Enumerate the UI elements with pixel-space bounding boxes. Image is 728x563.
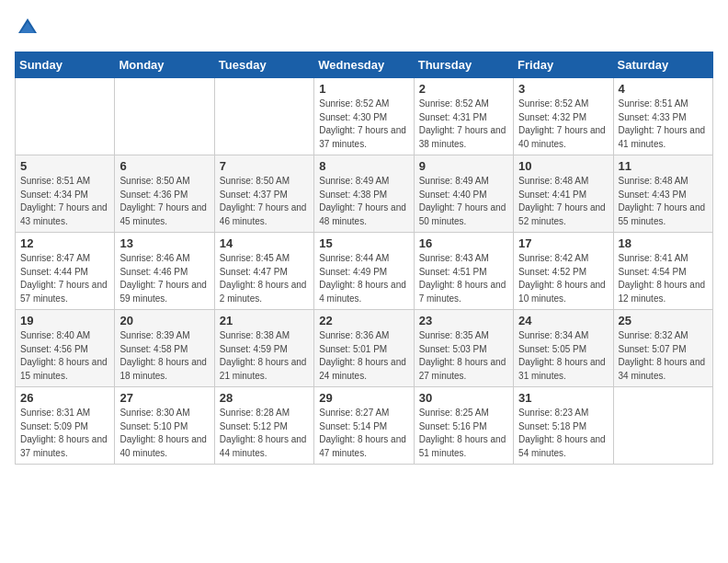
day-info: Sunrise: 8:49 AM Sunset: 4:38 PM Dayligh… [319, 175, 408, 228]
header-monday: Monday [115, 52, 214, 78]
calendar-cell: 29Sunrise: 8:27 AM Sunset: 5:14 PM Dayli… [314, 387, 414, 465]
header-wednesday: Wednesday [314, 52, 414, 78]
calendar-cell: 20Sunrise: 8:39 AM Sunset: 4:58 PM Dayli… [115, 310, 214, 387]
calendar-cell: 5Sunrise: 8:51 AM Sunset: 4:34 PM Daylig… [16, 155, 115, 233]
calendar-cell: 17Sunrise: 8:42 AM Sunset: 4:52 PM Dayli… [514, 233, 613, 310]
day-number: 29 [319, 391, 408, 405]
day-info: Sunrise: 8:46 AM Sunset: 4:46 PM Dayligh… [119, 252, 209, 305]
calendar-cell: 15Sunrise: 8:44 AM Sunset: 4:49 PM Dayli… [314, 233, 414, 310]
day-number: 3 [518, 82, 608, 96]
calendar-table: SundayMondayTuesdayWednesdayThursdayFrid… [15, 52, 713, 465]
calendar-cell: 16Sunrise: 8:43 AM Sunset: 4:51 PM Dayli… [414, 233, 513, 310]
day-number: 16 [419, 236, 508, 250]
calendar-cell: 2Sunrise: 8:52 AM Sunset: 4:31 PM Daylig… [414, 78, 513, 155]
calendar-cell: 14Sunrise: 8:45 AM Sunset: 4:47 PM Dayli… [214, 233, 313, 310]
calendar-cell: 8Sunrise: 8:49 AM Sunset: 4:38 PM Daylig… [314, 155, 414, 233]
day-info: Sunrise: 8:48 AM Sunset: 4:43 PM Dayligh… [619, 175, 708, 228]
day-info: Sunrise: 8:25 AM Sunset: 5:16 PM Dayligh… [419, 407, 508, 460]
day-number: 25 [619, 314, 708, 327]
day-number: 24 [518, 314, 608, 327]
day-number: 28 [220, 391, 309, 405]
day-number: 13 [119, 236, 209, 250]
calendar-week-4: 19Sunrise: 8:40 AM Sunset: 4:56 PM Dayli… [16, 310, 713, 387]
page-header [15, 15, 713, 40]
calendar-cell: 9Sunrise: 8:49 AM Sunset: 4:40 PM Daylig… [414, 155, 513, 233]
calendar-cell [613, 387, 712, 465]
day-number: 12 [20, 236, 109, 250]
day-number: 9 [419, 159, 508, 173]
calendar-week-2: 5Sunrise: 8:51 AM Sunset: 4:34 PM Daylig… [16, 155, 713, 233]
calendar-cell: 10Sunrise: 8:48 AM Sunset: 4:41 PM Dayli… [514, 155, 613, 233]
calendar-cell: 1Sunrise: 8:52 AM Sunset: 4:30 PM Daylig… [314, 78, 414, 155]
day-number: 15 [319, 236, 408, 250]
calendar-cell [214, 78, 313, 155]
day-number: 20 [119, 314, 209, 327]
calendar-week-3: 12Sunrise: 8:47 AM Sunset: 4:44 PM Dayli… [16, 233, 713, 310]
header-thursday: Thursday [414, 52, 513, 78]
day-info: Sunrise: 8:42 AM Sunset: 4:52 PM Dayligh… [518, 252, 608, 305]
day-number: 7 [220, 159, 309, 173]
calendar-cell: 30Sunrise: 8:25 AM Sunset: 5:16 PM Dayli… [414, 387, 513, 465]
day-info: Sunrise: 8:45 AM Sunset: 4:47 PM Dayligh… [220, 252, 309, 305]
day-number: 22 [319, 314, 408, 327]
day-info: Sunrise: 8:27 AM Sunset: 5:14 PM Dayligh… [319, 407, 408, 460]
day-info: Sunrise: 8:43 AM Sunset: 4:51 PM Dayligh… [419, 252, 508, 305]
day-info: Sunrise: 8:49 AM Sunset: 4:40 PM Dayligh… [419, 175, 508, 228]
calendar-cell: 26Sunrise: 8:31 AM Sunset: 5:09 PM Dayli… [16, 387, 115, 465]
calendar-cell: 6Sunrise: 8:50 AM Sunset: 4:36 PM Daylig… [115, 155, 214, 233]
day-info: Sunrise: 8:40 AM Sunset: 4:56 PM Dayligh… [20, 329, 109, 383]
day-info: Sunrise: 8:50 AM Sunset: 4:36 PM Dayligh… [119, 175, 209, 228]
logo-icon [15, 15, 40, 40]
day-info: Sunrise: 8:48 AM Sunset: 4:41 PM Dayligh… [518, 175, 608, 228]
day-info: Sunrise: 8:38 AM Sunset: 4:59 PM Dayligh… [220, 329, 309, 383]
day-info: Sunrise: 8:52 AM Sunset: 4:31 PM Dayligh… [419, 98, 508, 151]
day-number: 14 [220, 236, 309, 250]
calendar-cell: 12Sunrise: 8:47 AM Sunset: 4:44 PM Dayli… [16, 233, 115, 310]
header-sunday: Sunday [16, 52, 115, 78]
calendar-cell: 31Sunrise: 8:23 AM Sunset: 5:18 PM Dayli… [514, 387, 613, 465]
calendar-week-5: 26Sunrise: 8:31 AM Sunset: 5:09 PM Dayli… [16, 387, 713, 465]
day-number: 30 [419, 391, 508, 405]
calendar-cell: 3Sunrise: 8:52 AM Sunset: 4:32 PM Daylig… [514, 78, 613, 155]
day-info: Sunrise: 8:34 AM Sunset: 5:05 PM Dayligh… [518, 329, 608, 383]
day-info: Sunrise: 8:51 AM Sunset: 4:33 PM Dayligh… [619, 98, 708, 151]
calendar-cell [115, 78, 214, 155]
day-number: 10 [518, 159, 608, 173]
header-tuesday: Tuesday [214, 52, 313, 78]
calendar-cell: 25Sunrise: 8:32 AM Sunset: 5:07 PM Dayli… [613, 310, 712, 387]
calendar-cell: 13Sunrise: 8:46 AM Sunset: 4:46 PM Dayli… [115, 233, 214, 310]
day-number: 31 [518, 391, 608, 405]
day-info: Sunrise: 8:32 AM Sunset: 5:07 PM Dayligh… [619, 329, 708, 383]
day-info: Sunrise: 8:51 AM Sunset: 4:34 PM Dayligh… [20, 175, 109, 228]
header-saturday: Saturday [613, 52, 712, 78]
calendar-cell: 24Sunrise: 8:34 AM Sunset: 5:05 PM Dayli… [514, 310, 613, 387]
day-info: Sunrise: 8:28 AM Sunset: 5:12 PM Dayligh… [220, 407, 309, 460]
day-number: 1 [319, 82, 408, 96]
header-friday: Friday [514, 52, 613, 78]
day-info: Sunrise: 8:41 AM Sunset: 4:54 PM Dayligh… [619, 252, 708, 305]
day-info: Sunrise: 8:52 AM Sunset: 4:32 PM Dayligh… [518, 98, 608, 151]
calendar-cell: 19Sunrise: 8:40 AM Sunset: 4:56 PM Dayli… [16, 310, 115, 387]
calendar-cell: 27Sunrise: 8:30 AM Sunset: 5:10 PM Dayli… [115, 387, 214, 465]
day-info: Sunrise: 8:23 AM Sunset: 5:18 PM Dayligh… [518, 407, 608, 460]
day-number: 27 [119, 391, 209, 405]
day-number: 18 [619, 236, 708, 250]
day-number: 11 [619, 159, 708, 173]
day-number: 2 [419, 82, 508, 96]
day-number: 8 [319, 159, 408, 173]
calendar-cell: 11Sunrise: 8:48 AM Sunset: 4:43 PM Dayli… [613, 155, 712, 233]
day-number: 19 [20, 314, 109, 327]
calendar-cell [16, 78, 115, 155]
day-info: Sunrise: 8:35 AM Sunset: 5:03 PM Dayligh… [419, 329, 508, 383]
day-number: 23 [419, 314, 508, 327]
calendar-cell: 22Sunrise: 8:36 AM Sunset: 5:01 PM Dayli… [314, 310, 414, 387]
day-info: Sunrise: 8:39 AM Sunset: 4:58 PM Dayligh… [119, 329, 209, 383]
day-info: Sunrise: 8:31 AM Sunset: 5:09 PM Dayligh… [20, 407, 109, 460]
calendar-cell: 7Sunrise: 8:50 AM Sunset: 4:37 PM Daylig… [214, 155, 313, 233]
day-number: 26 [20, 391, 109, 405]
calendar-cell: 21Sunrise: 8:38 AM Sunset: 4:59 PM Dayli… [214, 310, 313, 387]
day-info: Sunrise: 8:52 AM Sunset: 4:30 PM Dayligh… [319, 98, 408, 151]
calendar-week-1: 1Sunrise: 8:52 AM Sunset: 4:30 PM Daylig… [16, 78, 713, 155]
logo [15, 15, 44, 40]
calendar-header-row: SundayMondayTuesdayWednesdayThursdayFrid… [16, 52, 713, 78]
